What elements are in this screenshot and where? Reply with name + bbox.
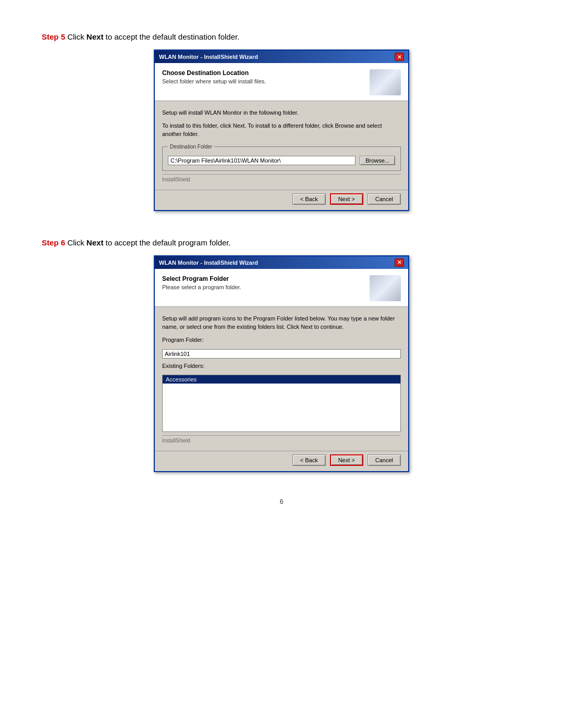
dialog1-dest-folder-legend: Destination Folder [168,144,214,150]
dialog2-titlebar: WLAN Monitor - InstallShield Wizard ✕ [155,256,408,269]
dialog2-existing-folders-label: Existing Folders: [162,362,401,371]
dialog2-existing-folders-list[interactable]: Accessories [162,375,401,432]
dialog2-back-button[interactable]: < Back [292,454,326,466]
step5-next-word: Next [87,32,104,41]
dialog1-wrapper: WLAN Monitor - InstallShield Wizard ✕ Ch… [42,50,521,211]
step5-word: Step 5 [42,32,65,41]
dialog2-title: WLAN Monitor - InstallShield Wizard [159,260,258,266]
dialog1-body: Setup will install WLAN Monitor in the f… [155,101,408,190]
step5-label: Step 5 Click Next to accept the default … [42,31,521,42]
dialog1-footer: < Back Next > Cancel [155,190,408,210]
dialog1-close-button[interactable]: ✕ [395,53,404,61]
dialog1: WLAN Monitor - InstallShield Wizard ✕ Ch… [154,50,409,211]
dialog2-cancel-button[interactable]: Cancel [368,454,401,466]
dialog1-installshield-label: InstallShield [162,174,401,182]
dialog2-header-text: Select Program Folder Please select a pr… [162,275,241,290]
dialog1-back-button[interactable]: < Back [292,193,326,205]
dialog1-dest-folder-group: Destination Folder Browse... [162,144,401,171]
dialog2-title-text: WLAN Monitor - InstallShield Wizard [159,260,258,266]
dialog1-title-text: WLAN Monitor - InstallShield Wizard [159,54,258,60]
dialog2-close-button[interactable]: ✕ [395,258,404,267]
dialog1-next-button[interactable]: Next > [330,193,363,205]
dialog1-header-graphic [370,69,401,95]
dialog1-titlebar: WLAN Monitor - InstallShield Wizard ✕ [155,51,408,63]
dialog1-browse-button[interactable]: Browse... [360,156,395,165]
step6-label: Step 6 Click Next to accept the default … [42,237,521,248]
step6-next-word: Next [87,238,104,247]
dialog1-dest-folder-input[interactable] [168,156,356,165]
dialog1-header-subtitle: Select folder where setup will install f… [162,78,266,84]
dialog2-header-title: Select Program Folder [162,275,241,282]
dialog2-header-graphic [370,275,401,301]
dialog2-program-folder-label: Program Folder: [162,336,401,344]
dialog2-program-folder-input[interactable] [162,349,401,359]
dialog2-header-subtitle: Please select a program folder. [162,284,241,290]
dialog2-body-line1: Setup will add program icons to the Prog… [162,314,401,331]
step6-word: Step 6 [42,238,65,247]
page-number: 6 [42,498,521,505]
dialog2: WLAN Monitor - InstallShield Wizard ✕ Se… [154,255,409,472]
dialog1-body-line2: To install to this folder, click Next. T… [162,121,401,139]
dialog1-dest-folder-row: Browse... [168,156,395,165]
dialog2-wrapper: WLAN Monitor - InstallShield Wizard ✕ Se… [42,255,521,472]
dialog1-header: Choose Destination Location Select folde… [155,63,408,101]
dialog2-header: Select Program Folder Please select a pr… [155,269,408,307]
dialog2-installshield-label: InstallShield [162,435,401,443]
dialog1-body-line1: Setup will install WLAN Monitor in the f… [162,108,401,117]
dialog2-next-button[interactable]: Next > [330,454,363,466]
dialog1-header-text: Choose Destination Location Select folde… [162,69,266,84]
dialog2-footer: < Back Next > Cancel [155,451,408,471]
dialog1-cancel-button[interactable]: Cancel [368,193,401,205]
dialog1-header-title: Choose Destination Location [162,69,266,77]
dialog1-title: WLAN Monitor - InstallShield Wizard [159,54,258,60]
dialog2-body: Setup will add program icons to the Prog… [155,307,408,451]
dialog2-folder-accessories[interactable]: Accessories [163,375,400,384]
